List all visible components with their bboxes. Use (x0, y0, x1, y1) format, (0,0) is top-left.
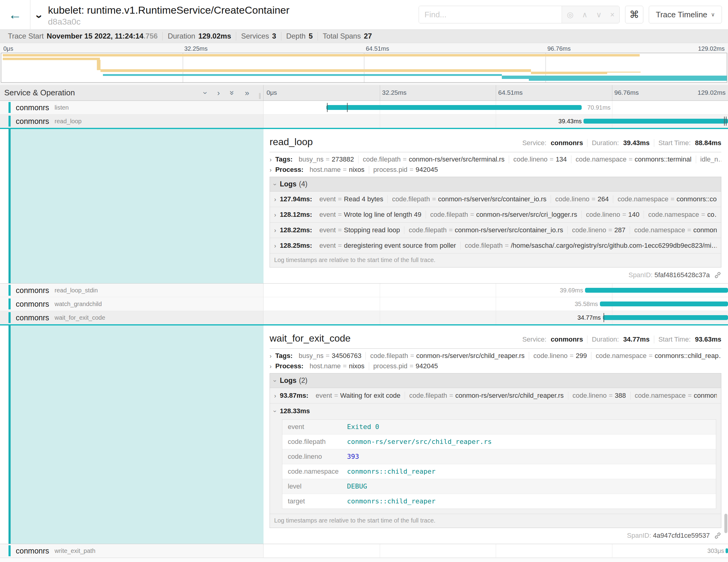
span-detail-body: read_loop Service: conmonrs Duration: 39… (264, 129, 728, 283)
collapse-all-icon[interactable]: » (228, 90, 236, 95)
minimap-tick-label: 32.25ms (184, 45, 208, 52)
process-row[interactable]: › Process: host.name=nixos process.pid=9… (270, 166, 721, 174)
span-duration-bar[interactable] (583, 119, 728, 124)
tags-row[interactable]: › Tags: busy_ns=34506763 code.filepath=c… (270, 352, 721, 360)
trace-view: ← › kubelet: runtime.v1.RuntimeService/C… (0, 0, 728, 562)
tag-item: code.filepath=conmon-rs/server/src/conta… (404, 226, 568, 234)
span-timeline-cell[interactable]: 34.77ms (264, 311, 728, 324)
span-name-cell[interactable]: conmonrs watch_grandchild (0, 297, 264, 311)
tag-value: 264 (597, 195, 609, 203)
expand-one-icon[interactable]: › (217, 89, 220, 97)
find-group: ◎ ∧ ∨ × (419, 6, 620, 23)
log-entry[interactable]: › 127.94ms: event=Read 4 bytes code.file… (270, 192, 721, 207)
minimap-canvas[interactable] (1, 53, 727, 83)
chevron-down-icon: › (272, 380, 279, 382)
column-resize-handle[interactable]: ∥ (258, 92, 261, 99)
service-name: conmonrs (16, 286, 49, 295)
minimap-span-bar (3, 54, 640, 56)
collapse-one-icon[interactable]: › (202, 91, 209, 94)
trace-title-expander[interactable]: › (30, 0, 48, 29)
meta-value: conmonrs (551, 335, 583, 343)
tag-equals: = (470, 211, 474, 218)
span-name-cell[interactable]: conmonrs listen (0, 101, 264, 114)
table-row: level DEBUG (282, 479, 716, 494)
meta-value: 39.43ms (623, 139, 650, 147)
span-row-wait-for-exit-code[interactable]: conmonrs wait_for_exit_code 34.77ms (0, 311, 728, 325)
table-row: code.lineno 393 (282, 449, 716, 464)
locate-icon[interactable]: ◎ (567, 10, 573, 19)
tag-equals: = (334, 392, 338, 399)
span-name-cell[interactable]: conmonrs wait_for_exit_code (0, 311, 264, 324)
log-entry-header[interactable]: › 128.33ms (270, 404, 721, 419)
tag-equals: = (449, 226, 453, 234)
tag-item: event=deregistering event source from po… (315, 242, 461, 250)
next-row-partial (0, 558, 728, 562)
link-icon[interactable] (714, 532, 721, 539)
tag-equals: = (326, 155, 330, 163)
field-value: conmon-rs/server/src/child_reaper.rs (347, 438, 492, 446)
ruler-tick-label: 32.25ms (382, 89, 407, 96)
span-row-write-exit-path[interactable]: conmonrs write_exit_path 303μs (0, 544, 728, 558)
tag-value: 273882 (332, 155, 354, 163)
span-row-listen[interactable]: conmonrs listen 70.91ms (0, 101, 728, 114)
span-timeline-cell[interactable]: 39.69ms (264, 284, 728, 297)
service-name: conmonrs (16, 547, 49, 555)
span-detail-title: wait_for_exit_code (270, 333, 351, 344)
span-timeline-cell[interactable]: 39.43ms (264, 114, 728, 128)
link-icon[interactable] (714, 271, 721, 279)
tag-equals: = (326, 352, 330, 359)
span-duration-bar[interactable] (326, 105, 582, 110)
span-timeline-cell[interactable]: 70.91ms (264, 101, 728, 114)
view-selector-button[interactable]: Trace Timeline ∨ (649, 6, 722, 23)
log-entry[interactable]: › 128.12ms: event=Wrote log line of leng… (270, 207, 721, 223)
tag-key: code.filepath (392, 195, 430, 203)
log-entry[interactable]: › 128.22ms: event=Stopping read loop cod… (270, 223, 721, 238)
log-fields: event=Wrote log line of length 49 code.f… (315, 211, 717, 219)
find-clear-icon[interactable]: × (610, 10, 615, 19)
scrollbar-thumb[interactable] (724, 514, 727, 533)
span-row-watch-grandchild[interactable]: conmonrs watch_grandchild 35.58ms (0, 297, 728, 311)
spanid-value: 4a947cfd1ce59537 (653, 532, 710, 540)
span-duration-bar[interactable] (600, 301, 728, 306)
span-row-read-loop[interactable]: conmonrs read_loop 39.43ms (0, 114, 728, 129)
span-detail-highlight (9, 129, 264, 283)
tag-equals: = (609, 392, 613, 399)
process-row[interactable]: › Process: host.name=nixos process.pid=9… (270, 362, 721, 370)
span-timeline-cell[interactable]: 35.58ms (264, 297, 728, 311)
tag-value: 34506763 (332, 352, 362, 359)
logs-header[interactable]: › Logs (4) (270, 177, 721, 192)
span-name-cell[interactable]: conmonrs write_exit_path (0, 544, 264, 557)
back-button[interactable]: ← (0, 0, 30, 29)
log-entry[interactable]: › 93.87ms: event=Waiting for exit code c… (270, 388, 721, 404)
tag-key: code.filepath (465, 242, 503, 249)
stat-value: 3 (272, 32, 276, 40)
tag-value: conmon-rs/server/src/cri_logger.rs (476, 211, 577, 218)
tag-key: code.lineno (586, 211, 620, 218)
tag-key: event (319, 195, 336, 203)
find-input[interactable] (419, 6, 562, 23)
tag-item: code.filepath=conmon-rs/server/src/cri_l… (426, 211, 582, 219)
find-next-icon[interactable]: ∨ (596, 10, 601, 19)
span-rows: conmonrs listen 70.91ms conmonrs read_lo… (0, 101, 728, 562)
tags-row[interactable]: › Tags: busy_ns=273882 code.filepath=con… (270, 155, 721, 163)
span-name-cell[interactable]: conmonrs read_loop_stdin (0, 284, 264, 297)
span-detail-read-loop: read_loop Service: conmonrs Duration: 39… (0, 129, 728, 284)
find-prev-icon[interactable]: ∧ (582, 10, 587, 19)
span-timeline-cell[interactable]: 303μs (264, 544, 728, 557)
ruler-tick-label: 96.76ms (614, 89, 639, 96)
expand-all-icon[interactable]: » (245, 89, 249, 97)
tag-item: code.filepath=conmon-rs/server/src/child… (366, 352, 529, 360)
tag-value: conmonrs::terminal (635, 155, 692, 163)
field-value: DEBUG (347, 482, 367, 490)
tag-value: Stopping read loop (344, 226, 400, 234)
span-duration-bar[interactable] (603, 315, 728, 320)
span-row-read-loop-stdin[interactable]: conmonrs read_loop_stdin 39.69ms (0, 284, 728, 297)
keyboard-shortcuts-button[interactable]: ⌘ (625, 6, 643, 23)
tag-item: busy_ns=34506763 (294, 352, 366, 360)
log-entry[interactable]: › 128.25ms: event=deregistering event so… (270, 238, 721, 254)
field-key: level (288, 482, 347, 490)
span-duration-bar[interactable] (585, 288, 728, 293)
logs-header[interactable]: › Logs (2) (270, 373, 721, 388)
span-duration-bar[interactable] (726, 548, 728, 553)
span-name-cell[interactable]: conmonrs read_loop (0, 114, 264, 128)
